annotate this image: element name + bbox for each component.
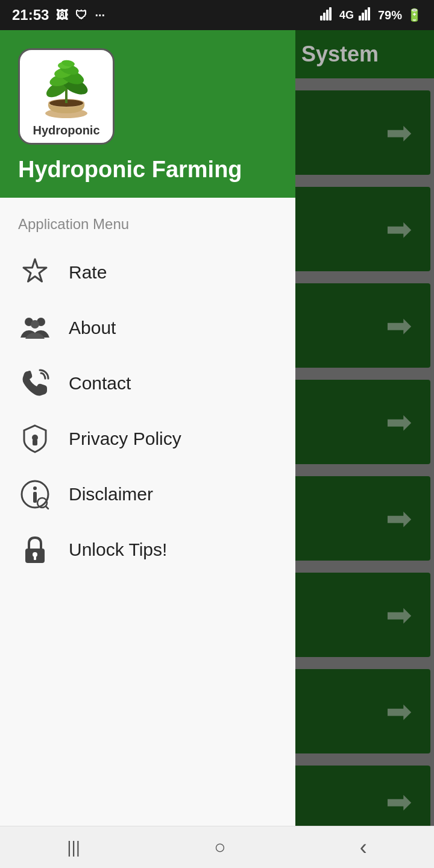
svg-rect-4 [359, 16, 361, 20]
menu-label-disclaimer: Disclaimer [69, 484, 153, 505]
svg-rect-3 [329, 7, 332, 20]
shield-icon [18, 422, 52, 456]
menu-item-contact[interactable]: Contact [0, 356, 295, 411]
menu-item-disclaimer[interactable]: Disclaimer [0, 467, 295, 522]
logo-label: Hydroponic [33, 124, 99, 137]
svg-rect-2 [326, 10, 329, 20]
arrow-icon: ➡ [386, 693, 412, 729]
svg-rect-0 [320, 16, 322, 20]
image-icon: 🖼 [56, 8, 68, 22]
app-logo: Hydroponic [18, 48, 115, 145]
lock-icon [18, 533, 52, 567]
signal-icon [320, 7, 335, 24]
svg-line-29 [46, 506, 48, 509]
side-drawer: Hydroponic Hydroponic Farming Applicatio… [0, 30, 295, 868]
more-icon: ··· [95, 8, 105, 22]
star-icon [18, 256, 52, 289]
svg-point-26 [33, 486, 37, 490]
menu-label-privacy: Privacy Policy [69, 429, 181, 449]
drawer-header: Hydroponic Hydroponic Farming [0, 30, 295, 198]
drawer-body: Application Menu Rate [0, 198, 295, 868]
phone-icon [18, 366, 52, 400]
menu-item-rate[interactable]: Rate [0, 245, 295, 300]
section-label: Application Menu [0, 210, 295, 245]
svg-point-22 [31, 320, 39, 329]
menu-label-rate: Rate [69, 262, 107, 283]
battery-text: 79% [378, 8, 402, 22]
arrow-icon: ➡ [386, 115, 412, 151]
menu-label-contact: Contact [69, 373, 131, 394]
recent-apps-button[interactable]: ||| [67, 838, 80, 857]
status-bar: 21:53 🖼 🛡 ··· 4G 79% 🔋 [0, 0, 434, 30]
svg-rect-7 [368, 7, 370, 20]
svg-rect-32 [34, 556, 36, 560]
status-time: 21:53 [12, 7, 49, 24]
app-title: Hydroponic Farming [18, 157, 242, 183]
arrow-icon: ➡ [386, 784, 412, 820]
app-container: System ➡ ➡ ➡ ➡ ➡ ➡ [0, 30, 434, 868]
bottom-nav: ||| ○ ‹ [0, 826, 434, 868]
back-button[interactable]: ‹ [360, 835, 367, 860]
svg-rect-27 [33, 492, 37, 503]
network-type: 4G [339, 9, 354, 22]
info-icon [18, 477, 52, 511]
arrow-icon: ➡ [386, 597, 412, 633]
vpn-icon: 🛡 [75, 8, 87, 22]
svg-rect-1 [323, 13, 326, 20]
svg-rect-6 [365, 10, 367, 20]
arrow-icon: ➡ [386, 211, 412, 247]
home-button[interactable]: ○ [214, 836, 225, 858]
main-title: System [301, 42, 379, 67]
wifi-icon [359, 7, 373, 24]
menu-item-privacy[interactable]: Privacy Policy [0, 411, 295, 467]
menu-item-about[interactable]: About [0, 300, 295, 356]
menu-label-about: About [69, 318, 116, 338]
menu-item-unlock[interactable]: Unlock Tips! [0, 522, 295, 577]
arrow-icon: ➡ [386, 307, 412, 344]
svg-rect-5 [362, 13, 364, 20]
menu-label-unlock: Unlock Tips! [69, 539, 167, 560]
arrow-icon: ➡ [386, 404, 412, 440]
svg-rect-24 [33, 439, 37, 445]
people-icon [18, 311, 52, 345]
arrow-icon: ➡ [386, 500, 412, 536]
battery-icon: 🔋 [407, 8, 422, 22]
